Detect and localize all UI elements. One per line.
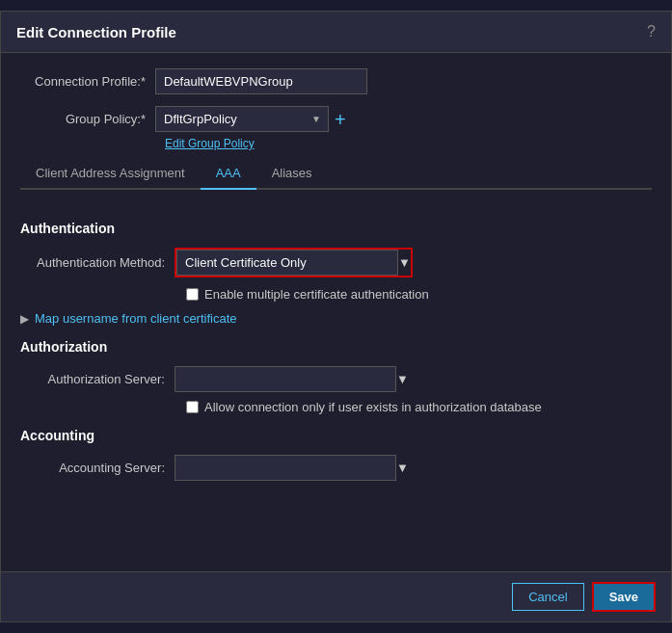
edit-group-policy-link[interactable]: Edit Group Policy [165,137,255,150]
cancel-button[interactable]: Cancel [512,583,583,611]
enable-multiple-cert-row: Enable multiple certificate authenticati… [186,287,652,302]
connection-profile-input[interactable] [155,68,367,94]
edit-group-policy-link-row: Edit Group Policy [20,136,652,150]
accounting-server-select-wrap: ▼ [175,455,409,481]
content-area: Authentication Authentication Method: Cl… [1,205,671,571]
allow-connection-checkbox[interactable] [186,401,199,413]
auth-method-select[interactable]: Client Certificate Only AAA Certificate [176,250,398,276]
map-username-row[interactable]: ▶ Map username from client certificate [20,311,652,326]
tabs-container: Client Address Assignment AAA Aliases [20,158,652,190]
save-button[interactable]: Save [592,582,656,612]
add-group-policy-button[interactable]: + [335,110,346,129]
authorization-server-chevron-icon: ▼ [396,372,409,386]
tab-client-address-assignment[interactable]: Client Address Assignment [20,158,201,190]
auth-method-chevron-icon: ▼ [398,255,411,270]
auth-method-select-wrap: Client Certificate Only AAA Certificate … [175,248,413,277]
auth-method-label: Authentication Method: [20,255,175,270]
group-policy-label: Group Policy:* [20,112,155,126]
dialog-title: Edit Connection Profile [16,24,176,40]
accounting-section-title: Accounting [20,428,652,443]
authorization-server-select[interactable] [175,366,396,392]
tab-aaa[interactable]: AAA [201,158,256,190]
authentication-section-title: Authentication [20,221,652,236]
map-username-text: Map username from client certificate [35,311,237,326]
accounting-server-label: Accounting Server: [20,461,175,475]
dialog-footer: Cancel Save [1,571,671,621]
accounting-server-chevron-icon: ▼ [396,461,409,475]
dialog-body: Connection Profile:* Group Policy:* Dflt… [1,53,671,205]
enable-multiple-cert-label: Enable multiple certificate authenticati… [204,287,429,302]
group-policy-select-wrap: DfltGrpPolicy ▼ [155,106,329,132]
authorization-server-label: Authorization Server: [20,372,175,386]
allow-connection-row: Allow connection only if user exists in … [186,400,652,414]
auth-method-row: Authentication Method: Client Certificat… [20,248,652,277]
group-policy-select[interactable]: DfltGrpPolicy [155,106,329,132]
accounting-server-row: Accounting Server: ▼ [20,455,652,481]
group-policy-row: Group Policy:* DfltGrpPolicy ▼ + [20,106,652,132]
auth-server-row: Authorization Server: ▼ [20,366,652,392]
expand-triangle-icon: ▶ [20,312,29,326]
help-icon[interactable]: ? [647,23,656,40]
accounting-server-select[interactable] [175,455,396,481]
enable-multiple-cert-checkbox[interactable] [186,288,199,301]
authorization-section-title: Authorization [20,339,652,355]
tab-aliases[interactable]: Aliases [256,158,328,190]
connection-profile-label: Connection Profile:* [20,74,155,89]
allow-connection-label: Allow connection only if user exists in … [204,400,542,414]
dialog: Edit Connection Profile ? Connection Pro… [0,11,672,622]
dialog-header: Edit Connection Profile ? [1,12,671,53]
connection-profile-row: Connection Profile:* [20,68,652,94]
authorization-server-select-wrap: ▼ [175,366,409,392]
